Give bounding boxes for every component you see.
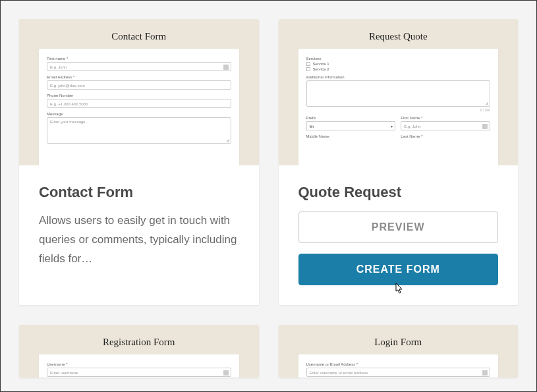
form-mock: Username * Enter username: [39, 354, 239, 378]
card-title: Contact Form: [39, 184, 239, 201]
form-mock: Services Service 1 Service 2 Additional …: [298, 49, 499, 165]
template-card-login[interactable]: Login Form Username or Email Address * E…: [279, 325, 519, 378]
preview-thumbnail: Registration Form Username * Enter usern…: [19, 325, 259, 378]
preview-thumbnail: Contact Form First name * E.g. John Emai…: [19, 19, 259, 165]
form-mock: First name * E.g. John Email Address * E…: [39, 49, 239, 165]
card-description: Allows users to easily get in touch with…: [39, 211, 239, 269]
preview-thumbnail: Login Form Username or Email Address * E…: [279, 325, 519, 378]
preview-title: Request Quote: [298, 31, 499, 42]
form-mock: Username or Email Address * Enter userna…: [298, 354, 499, 378]
template-card-registration[interactable]: Registration Form Username * Enter usern…: [19, 325, 259, 378]
card-body: Quote Request PREVIEW CREATE FORM: [279, 165, 519, 305]
preview-title: Login Form: [298, 337, 499, 348]
template-card-quote[interactable]: Request Quote Services Service 1 Service…: [279, 19, 519, 305]
card-title: Quote Request: [298, 184, 499, 201]
preview-title: Registration Form: [39, 337, 239, 348]
create-form-button[interactable]: CREATE FORM: [298, 254, 499, 285]
preview-button[interactable]: PREVIEW: [298, 211, 499, 243]
card-body: Contact Form Allows users to easily get …: [19, 165, 259, 289]
preview-thumbnail: Request Quote Services Service 1 Service…: [279, 19, 519, 165]
template-card-contact[interactable]: Contact Form First name * E.g. John Emai…: [19, 19, 259, 305]
preview-title: Contact Form: [39, 31, 239, 42]
